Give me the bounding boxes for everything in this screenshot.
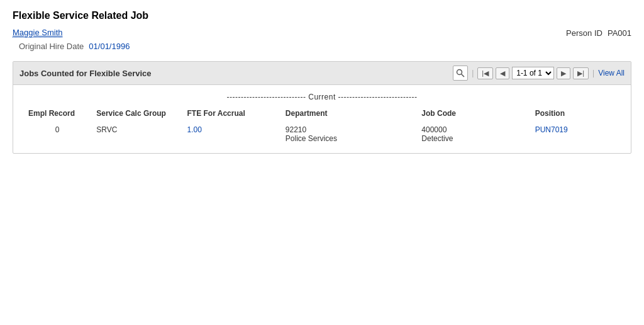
search-icon (456, 69, 465, 77)
job-code: 400000 (421, 125, 525, 134)
last-page-icon: ▶| (577, 69, 584, 77)
page-title: Flexible Service Related Job (13, 10, 631, 21)
person-name-link[interactable]: Maggie Smith (13, 28, 62, 38)
grid-toolbar: | |◀ ◀ 1-1 of 1 ▶ ▶| | View All (453, 66, 625, 81)
grid-title: Jobs Counted for Flexible Service (19, 69, 448, 78)
person-id-label: Person ID (566, 28, 602, 38)
dept-code: 92210 (286, 125, 411, 134)
cell-fte: 1.00 (182, 123, 280, 145)
cell-service-calc: SRVC (91, 123, 182, 145)
prev-page-icon: ◀ (500, 69, 505, 77)
separator-1: | (470, 69, 475, 77)
col-header-fte: FTE For Accrual (182, 106, 280, 123)
person-id-value: PA001 (608, 28, 631, 38)
next-page-icon: ▶ (561, 69, 566, 77)
svg-point-0 (457, 70, 462, 75)
grid-container: Jobs Counted for Flexible Service | |◀ ◀… (13, 61, 631, 154)
separator-2: | (591, 69, 596, 77)
svg-line-1 (462, 74, 465, 77)
col-header-dept: Department (280, 106, 416, 123)
prev-page-button[interactable]: ◀ (496, 67, 509, 79)
dept-name: Police Services (286, 134, 411, 143)
hire-date-value: 01/01/1996 (89, 42, 130, 51)
cell-jobcode: 400000 Detective (416, 123, 530, 145)
cell-department: 92210 Police Services (280, 123, 416, 145)
next-page-button[interactable]: ▶ (557, 67, 570, 79)
data-table: Empl Record Service Calc Group FTE For A… (23, 106, 621, 145)
table-row: 0 SRVC 1.00 92210 Police Services 400000… (23, 123, 621, 145)
col-header-position: Position (530, 106, 621, 123)
first-page-icon: |◀ (482, 69, 489, 77)
col-header-empl-record: Empl Record (23, 106, 91, 123)
grid-body: ---------------------------- Current ---… (13, 85, 631, 153)
last-page-button[interactable]: ▶| (573, 67, 589, 79)
first-page-button[interactable]: |◀ (477, 67, 493, 79)
view-all-link[interactable]: View All (598, 69, 625, 77)
current-label: ---------------------------- Current ---… (23, 93, 621, 101)
grid-header: Jobs Counted for Flexible Service | |◀ ◀… (13, 62, 631, 85)
search-button[interactable] (453, 66, 468, 81)
job-title: Detective (421, 134, 525, 143)
cell-position: PUN7019 (530, 123, 621, 145)
hire-date-label: Original Hire Date (19, 42, 84, 51)
cell-empl-record: 0 (23, 123, 91, 145)
col-header-jobcode: Job Code (416, 106, 530, 123)
page-select[interactable]: 1-1 of 1 (512, 67, 554, 79)
col-header-service-calc: Service Calc Group (91, 106, 182, 123)
